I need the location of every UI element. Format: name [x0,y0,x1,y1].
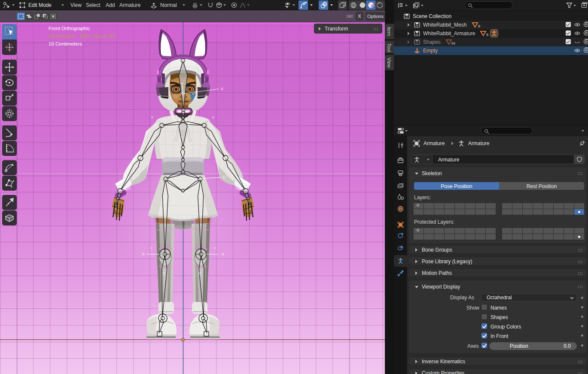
svg-text:X: X [142,252,145,256]
svg-text:Y: Y [162,271,165,276]
svg-text:X: X [222,175,225,179]
svg-text:x: x [150,246,152,250]
svg-text:x: x [192,92,194,96]
svg-text:Y: Y [181,82,183,86]
svg-text:x: x [214,246,216,250]
svg-text:Y: Y [198,271,201,276]
svg-text:Y: Y [163,200,166,204]
svg-text:x: x [212,115,214,119]
svg-text:X: X [221,87,223,91]
svg-text:X: X [222,252,224,256]
svg-text:x: x [151,115,153,119]
svg-text:Y: Y [181,135,183,140]
svg-text:Y: Y [198,200,201,204]
